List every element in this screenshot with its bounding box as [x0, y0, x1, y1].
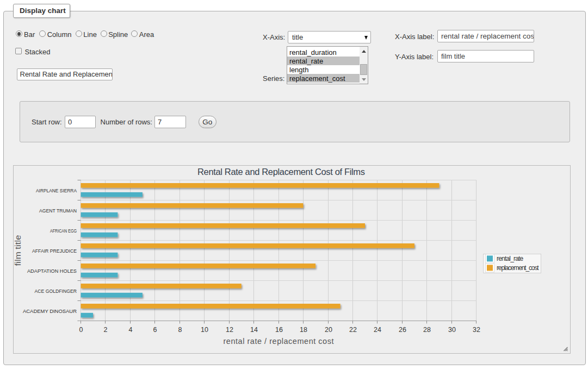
svg-text:24: 24 — [374, 326, 381, 334]
svg-text:26: 26 — [399, 326, 406, 334]
svg-text:rental rate / replacement cost: rental rate / replacement cost — [224, 337, 334, 346]
svg-text:Rental Rate and Replacement Co: Rental Rate and Replacement Cost of Film… — [197, 167, 365, 177]
svg-text:AFRICAN EGG: AFRICAN EGG — [50, 228, 77, 234]
svg-text:AFFAIR PREJUDICE: AFFAIR PREJUDICE — [32, 248, 77, 254]
svg-text:8: 8 — [178, 326, 182, 334]
svg-text:ACADEMY DINOSAUR: ACADEMY DINOSAUR — [23, 308, 77, 314]
svg-text:4: 4 — [129, 326, 133, 334]
svg-text:film title: film title — [14, 235, 22, 266]
svg-text:replacement_cost: replacement_cost — [497, 264, 539, 272]
svg-text:16: 16 — [275, 326, 283, 334]
svg-text:28: 28 — [423, 326, 431, 334]
svg-text:ADAPTATION HOLES: ADAPTATION HOLES — [27, 268, 77, 274]
svg-text:0: 0 — [79, 326, 83, 334]
svg-text:AGENT TRUMAN: AGENT TRUMAN — [39, 208, 77, 214]
svg-text:14: 14 — [250, 326, 258, 334]
svg-text:20: 20 — [325, 326, 332, 334]
svg-text:12: 12 — [226, 326, 233, 334]
svg-text:rental_rate: rental_rate — [497, 255, 524, 262]
svg-text:32: 32 — [473, 326, 480, 334]
svg-text:ACE GOLDFINGER: ACE GOLDFINGER — [35, 288, 77, 294]
svg-text:10: 10 — [201, 326, 208, 334]
svg-text:30: 30 — [448, 326, 456, 334]
svg-text:2: 2 — [104, 326, 108, 334]
svg-text:AIRPLANE SIERRA: AIRPLANE SIERRA — [36, 187, 77, 193]
svg-text:22: 22 — [349, 326, 357, 334]
svg-text:18: 18 — [300, 326, 307, 334]
svg-text:6: 6 — [153, 326, 157, 334]
